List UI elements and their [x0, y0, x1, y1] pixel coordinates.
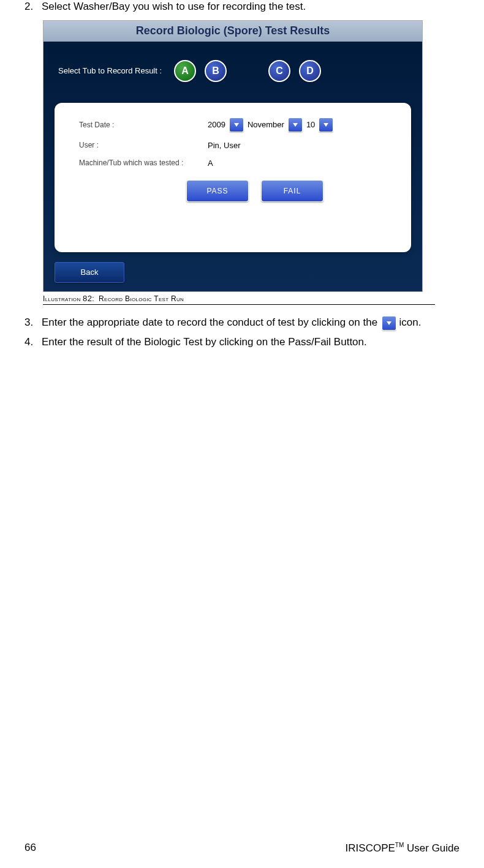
- year-dropdown-icon[interactable]: [229, 118, 244, 132]
- day-dropdown-icon[interactable]: [319, 118, 333, 132]
- select-tub-label: Select Tub to Record Result :: [58, 66, 162, 75]
- step-text: Enter the appropriate date to record the…: [42, 316, 459, 331]
- fail-button[interactable]: FAIL: [261, 180, 323, 202]
- caption-prefix: Illustration: [43, 294, 80, 303]
- user-row: User : Pin, User: [79, 141, 394, 150]
- step-number: 4.: [25, 335, 42, 350]
- machine-row: Machine/Tub which was tested : A: [79, 159, 394, 168]
- svg-marker-1: [293, 123, 298, 127]
- month-value: November: [248, 120, 284, 129]
- machine-value: A: [208, 159, 213, 168]
- pass-button[interactable]: PASS: [186, 180, 249, 202]
- tub-c-button[interactable]: C: [268, 60, 290, 82]
- step-2: 2. Select Washer/Bay you wish to use for…: [25, 0, 459, 14]
- pass-fail-row: PASS FAIL: [116, 180, 394, 202]
- test-date-label: Test Date :: [79, 121, 208, 129]
- tub-b-button[interactable]: B: [205, 60, 227, 82]
- step-text: Enter the result of the Biologic Test by…: [42, 335, 459, 350]
- day-value: 10: [306, 120, 315, 129]
- svg-marker-0: [234, 123, 239, 127]
- step-4: 4. Enter the result of the Biologic Test…: [25, 335, 459, 350]
- step-number: 3.: [25, 316, 42, 331]
- user-value: Pin, User: [208, 141, 240, 150]
- illustration-block: Record Biologic (Spore) Test Results Sel…: [43, 20, 435, 305]
- caption-colon: :: [92, 294, 94, 303]
- dropdown-arrow-icon: [382, 316, 396, 331]
- svg-marker-2: [323, 123, 328, 127]
- step-number: 2.: [25, 0, 42, 14]
- tub-a-button[interactable]: A: [174, 60, 196, 82]
- tub-selector-row: Select Tub to Record Result : A B C D: [58, 60, 411, 82]
- year-value: 2009: [208, 120, 225, 129]
- guide-title: IRISCOPETM User Guide: [346, 842, 459, 855]
- dark-panel: Select Tub to Record Result : A B C D Te…: [43, 42, 422, 291]
- illustration-caption: Illustration 82: Record Biologic Test Ru…: [43, 294, 435, 303]
- month-dropdown-icon[interactable]: [288, 118, 303, 132]
- step-3: 3. Enter the appropriate date to record …: [25, 316, 459, 331]
- machine-label: Machine/Tub which was tested :: [79, 159, 208, 167]
- svg-marker-3: [387, 321, 391, 325]
- caption-title: Record Biologic Test Run: [99, 294, 184, 303]
- step-text: Select Washer/Bay you wish to use for re…: [42, 0, 459, 14]
- page-number: 66: [25, 842, 36, 855]
- page-footer: 66 IRISCOPETM User Guide: [25, 842, 459, 855]
- window-title: Record Biologic (Spore) Test Results: [43, 21, 422, 42]
- screenshot-record-biologic: Record Biologic (Spore) Test Results Sel…: [43, 20, 423, 292]
- test-date-row: Test Date : 2009 November 10: [79, 118, 394, 132]
- back-button[interactable]: Back: [55, 262, 124, 283]
- tub-d-button[interactable]: D: [299, 60, 321, 82]
- user-label: User :: [79, 141, 208, 149]
- caption-number: 82: [83, 294, 92, 303]
- result-card: Test Date : 2009 November 10 User : Pin,: [55, 103, 411, 252]
